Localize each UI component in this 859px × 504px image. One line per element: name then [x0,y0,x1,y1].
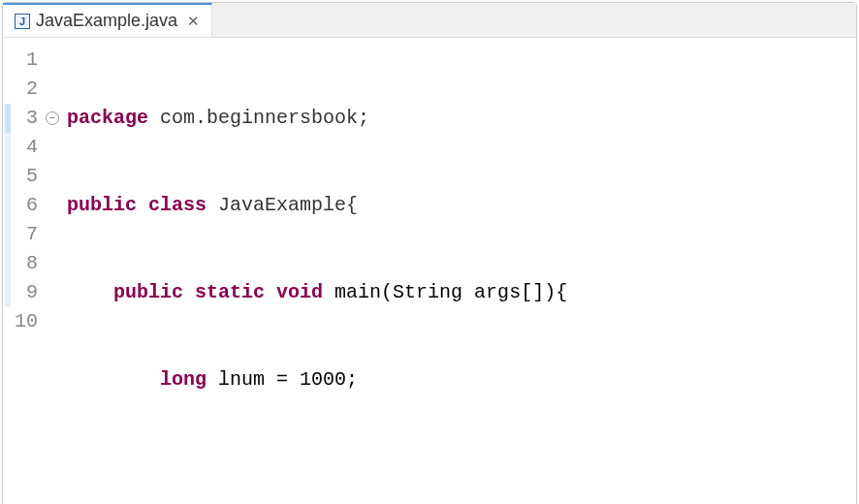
code-line: public class JavaExample{ [67,191,856,220]
line-number: 4 [13,133,38,162]
line-number: 1 [13,46,38,75]
override-strip [3,46,13,504]
fold-column: − [46,46,63,504]
line-number: 5 [13,162,38,191]
line-number: 7 [13,220,38,249]
code-line [67,453,856,482]
line-number: 9 [13,278,38,307]
method-range-marker [5,133,11,307]
code-line: package com.beginnersbook; [67,104,856,133]
line-number: 2 [13,75,38,104]
java-file-icon: J [15,14,30,29]
line-number: 6 [13,191,38,220]
editor-tab-bar: J JavaExample.java ✕ [3,3,856,38]
code-lines[interactable]: package com.beginnersbook; public class … [63,46,856,504]
editor-tab-javaexample[interactable]: J JavaExample.java ✕ [3,3,212,37]
code-line: public static void main(String args[]){ [67,278,856,307]
editor-panel: J JavaExample.java ✕ 1 2 3 4 5 6 7 8 9 1… [2,2,857,504]
close-icon[interactable]: ✕ [183,13,200,30]
line-number-gutter: 1 2 3 4 5 6 7 8 9 10 [13,46,46,504]
line-number: 10 [13,307,38,336]
code-body[interactable]: 1 2 3 4 5 6 7 8 9 10 − package com.begin… [3,38,856,504]
line-number: 3 [13,104,38,133]
editor-tab-filename: JavaExample.java [36,11,177,31]
fold-toggle-icon[interactable]: − [46,111,59,125]
code-line: long lnum = 1000; [67,365,856,394]
override-marker [5,104,11,133]
line-number: 8 [13,249,38,278]
